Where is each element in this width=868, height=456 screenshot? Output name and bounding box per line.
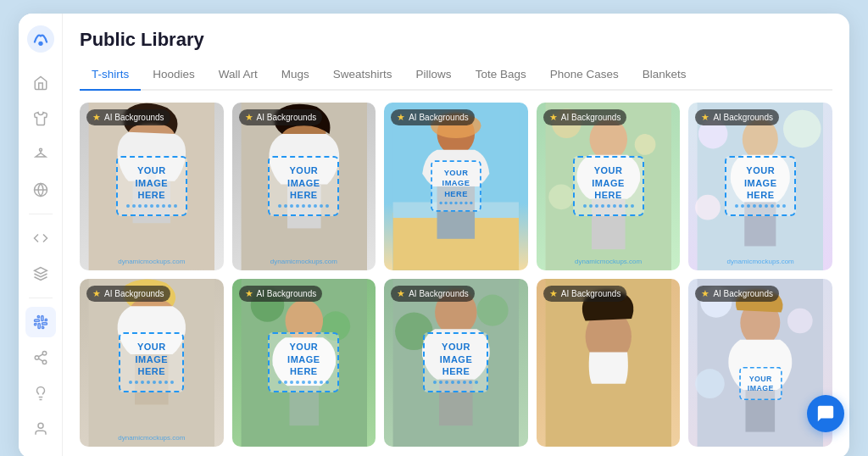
- mockup-dots: [439, 202, 472, 204]
- user-circle-icon[interactable]: [25, 414, 56, 444]
- tab-tote-bags[interactable]: Tote Bags: [464, 63, 538, 91]
- code-icon[interactable]: [25, 223, 56, 253]
- mockup-text-1: YOUR: [278, 164, 329, 176]
- svg-point-8: [42, 360, 47, 364]
- ai-badge: ★ AI Backgrounds: [86, 286, 170, 302]
- svg-line-9: [38, 359, 42, 361]
- app-logo[interactable]: [27, 25, 54, 53]
- mockup-placeholder: YOUR IMAGE HERE: [573, 156, 644, 216]
- mockup-text-1: YOUR: [278, 341, 329, 353]
- ai-badge-label: AI Backgrounds: [104, 113, 164, 122]
- layers-icon[interactable]: [25, 259, 56, 289]
- mockup-text-2: IMAGE: [439, 178, 472, 188]
- main-content: Public Library T-shirts Hoodies Wall Art…: [63, 14, 849, 456]
- ai-badge-label: AI Backgrounds: [104, 289, 164, 298]
- mockup-overlay: YOUR IMAGE HERE: [232, 279, 376, 447]
- tab-pillows[interactable]: Pillows: [404, 63, 464, 91]
- ai-badge-label: AI Backgrounds: [409, 113, 469, 122]
- mockup-overlay: YOUR IMAGE HERE: [80, 103, 224, 270]
- mockup-text-1: YOUR: [433, 341, 478, 353]
- ai-badge: ★ AI Backgrounds: [695, 286, 779, 302]
- mockup-text-2: IMAGE: [748, 383, 774, 392]
- mockup-placeholder: YOUR IMAGE HERE: [725, 156, 796, 216]
- share-icon[interactable]: [25, 342, 56, 373]
- tab-tshirts[interactable]: T-shirts: [80, 63, 141, 91]
- sidebar-divider-2: [29, 298, 53, 298]
- svg-line-10: [38, 354, 42, 357]
- ai-badge: ★ AI Backgrounds: [543, 109, 627, 125]
- mockup-overlay: YOUR IMAGE HERE: [537, 103, 681, 270]
- ai-badge-label: AI Backgrounds: [561, 113, 621, 122]
- star-icon: ★: [397, 288, 405, 299]
- mockup-placeholder: YOUR IMAGE: [739, 367, 782, 400]
- page-title: Public Library: [80, 29, 832, 51]
- globe-icon[interactable]: [25, 175, 56, 205]
- page-header: Public Library T-shirts Hoodies Wall Art…: [63, 14, 849, 91]
- mockup-text-3: HERE: [278, 365, 329, 377]
- mockup-text-2: IMAGE: [278, 177, 329, 189]
- star-icon: ★: [245, 288, 253, 299]
- grid-item[interactable]: YOUR IMAGE HERE ★ AI Backgrounds: [537, 103, 681, 270]
- mockup-text-1: YOUR: [748, 374, 774, 383]
- ai-badge: ★ AI Backgrounds: [391, 286, 475, 302]
- ai-badge-label: AI Backgrounds: [257, 113, 317, 122]
- tab-blankets[interactable]: Blankets: [631, 63, 698, 91]
- mockup-text-1: YOUR: [129, 341, 174, 353]
- star-icon: ★: [92, 288, 101, 299]
- sidebar: [19, 14, 63, 456]
- svg-point-1: [38, 42, 42, 46]
- svg-point-0: [27, 25, 54, 53]
- grid-item[interactable]: YOUR IMAGE HERE ★ AI B: [80, 103, 224, 270]
- grid-item[interactable]: YOUR IMAGE HERE ★ AI Backgrounds: [232, 103, 376, 270]
- mockup-text-2: IMAGE: [129, 353, 174, 365]
- ai-badge-label: AI Backgrounds: [409, 289, 469, 298]
- ai-badge: ★ AI Backgrounds: [86, 109, 170, 125]
- watermark: dynamicmockups.com: [118, 258, 185, 265]
- ai-badge: ★ AI Backgrounds: [391, 109, 475, 125]
- slack-icon[interactable]: [25, 307, 56, 337]
- star-icon: ★: [701, 112, 709, 123]
- tab-mugs[interactable]: Mugs: [270, 63, 321, 91]
- svg-point-2: [39, 148, 42, 151]
- mockup-text-2: IMAGE: [735, 177, 786, 189]
- tab-hoodies[interactable]: Hoodies: [141, 63, 207, 91]
- mockup-text-3: HERE: [439, 189, 472, 199]
- svg-point-7: [35, 356, 39, 360]
- mockup-text-3: HERE: [278, 189, 329, 201]
- mockup-text-1: YOUR: [126, 164, 177, 176]
- ai-badge-label: AI Backgrounds: [713, 113, 773, 122]
- mockup-overlay: YOUR IMAGE HERE: [688, 103, 832, 270]
- mockup-overlay: YOUR IMAGE HERE: [80, 279, 224, 447]
- mockup-text-1: YOUR: [439, 168, 472, 178]
- mockup-text-2: IMAGE: [433, 353, 478, 365]
- mockup-text-2: IMAGE: [583, 177, 634, 189]
- mockup-overlay: YOUR IMAGE HERE: [384, 279, 528, 447]
- grid-item[interactable]: YOUR IMAGE HERE ★ AI Backgrounds: [80, 279, 224, 447]
- tshirt-icon[interactable]: [25, 103, 56, 134]
- svg-marker-5: [34, 268, 47, 275]
- star-icon: ★: [549, 112, 558, 123]
- tab-wall-art[interactable]: Wall Art: [207, 63, 270, 91]
- image-grid: YOUR IMAGE HERE ★ AI B: [80, 103, 832, 447]
- grid-item[interactable]: ★ AI Backgrounds: [537, 279, 681, 447]
- grid-item[interactable]: YOUR IMAGE HERE ★ AI Backgrounds: [688, 103, 832, 270]
- mockup-placeholder: YOUR IMAGE HERE: [268, 156, 339, 216]
- grid-item[interactable]: YOUR IMAGE HERE ★ AI Backgrounds: [384, 103, 528, 270]
- watermark: dynamicmockups.com: [575, 258, 642, 265]
- storefront-icon[interactable]: [25, 68, 56, 98]
- chat-button[interactable]: [807, 395, 844, 432]
- grid-item[interactable]: YOUR IMAGE HERE ★ AI Backgrounds: [232, 279, 376, 447]
- hanger-icon[interactable]: [25, 139, 56, 170]
- mockup-dots: [126, 204, 177, 208]
- star-icon: ★: [397, 112, 405, 123]
- product-grid-area: YOUR IMAGE HERE ★ AI B: [63, 91, 849, 456]
- grid-item[interactable]: YOUR IMAGE HERE ★ AI Backgrounds: [384, 279, 528, 447]
- mockup-text-3: HERE: [583, 189, 634, 201]
- ai-badge-label: AI Backgrounds: [713, 289, 773, 298]
- lightbulb-icon[interactable]: [25, 378, 56, 409]
- sidebar-divider: [29, 214, 53, 214]
- ai-badge: ★ AI Backgrounds: [239, 286, 323, 302]
- tab-phone-cases[interactable]: Phone Cases: [538, 63, 631, 91]
- mockup-text-1: YOUR: [583, 164, 634, 176]
- tab-sweatshirts[interactable]: Sweatshirts: [321, 63, 404, 91]
